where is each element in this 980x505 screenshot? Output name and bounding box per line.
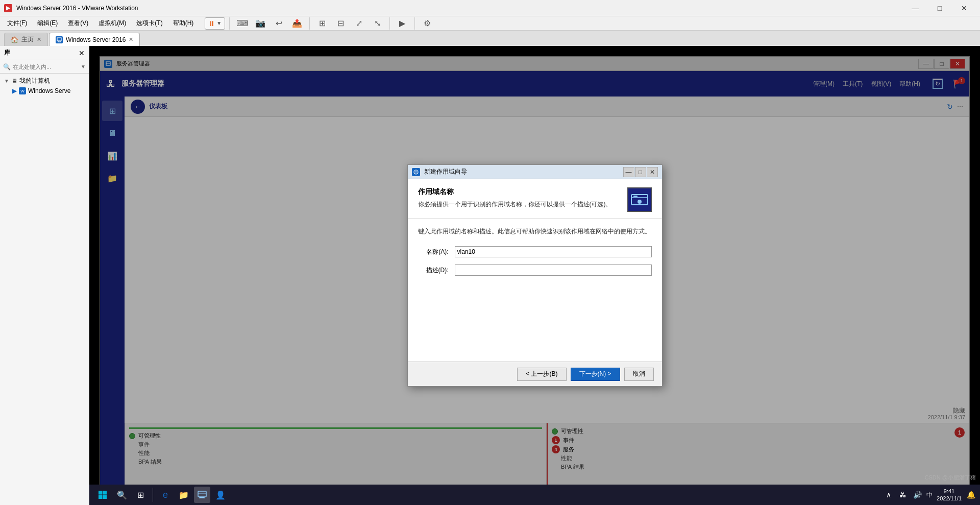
- toolbar-restore[interactable]: ↩: [271, 15, 287, 32]
- tray-expand[interactable]: ∧: [884, 490, 894, 500]
- tray-time: 9:41: [937, 488, 962, 495]
- tray-notification[interactable]: 🔔: [966, 490, 976, 500]
- wizard-header-text: 作用域名称 你必须提供一个用于识别的作用域名称，你还可以提供一个描述(可选)。: [418, 187, 621, 209]
- tray-clock[interactable]: 9:41 2022/11/1: [937, 488, 962, 502]
- title-bar-controls: — □ ✕: [903, 0, 976, 16]
- cancel-button[interactable]: 取消: [624, 368, 654, 381]
- taskbar-user[interactable]: 👤: [212, 487, 229, 503]
- svg-point-8: [415, 173, 416, 174]
- tab-vm-close[interactable]: ✕: [129, 36, 133, 43]
- pause-button[interactable]: ⏸ ▼: [205, 17, 225, 30]
- title-bar: ▶ Windows Server 2016 - VMware Workstati…: [0, 0, 980, 16]
- toolbar-separator: [229, 17, 230, 30]
- vm-display-area[interactable]: 服务器管理器 — □ ✕ 🖧 服务器管理器 管理(M) 工具(T) 视图(V): [89, 46, 980, 505]
- tab-bar: 🏠 主页 ✕ Windows Server 2016 ✕: [0, 31, 980, 46]
- taskbar-search[interactable]: 🔍: [114, 487, 130, 503]
- wizard-instruction: 键入此作用域的名称和描述。此信息可帮助你快速识别该作用域在网络中的使用方式。: [418, 227, 652, 236]
- toolbar-zoom[interactable]: ⤡: [369, 15, 385, 32]
- toolbar-terminal[interactable]: ▶: [394, 15, 410, 32]
- menu-edit[interactable]: 编辑(E): [32, 17, 63, 30]
- back-button[interactable]: < 上一步(B): [517, 368, 566, 381]
- wizard-titlebar: 新建作用域向导 — □ ✕: [408, 165, 662, 179]
- wizard-maximize-btn[interactable]: □: [635, 167, 646, 177]
- menu-help[interactable]: 帮助(H): [168, 17, 199, 30]
- svg-point-11: [638, 200, 642, 204]
- minimize-button[interactable]: —: [903, 0, 927, 16]
- name-label: 名称(A):: [418, 248, 449, 256]
- wizard-title-text: 新建作用域向导: [424, 167, 619, 176]
- search-dropdown-icon[interactable]: ▼: [81, 64, 86, 69]
- title-bar-text: Windows Server 2016 - VMware Workstation: [16, 5, 903, 12]
- toolbar-snapshot[interactable]: 📷: [252, 15, 268, 32]
- svg-rect-17: [198, 491, 206, 497]
- tab-vm[interactable]: Windows Server 2016 ✕: [49, 33, 140, 46]
- expand-icon: ▼: [4, 78, 9, 84]
- wizard-page-title: 作用域名称: [418, 187, 621, 197]
- tray-volume[interactable]: 🔊: [912, 490, 922, 500]
- svg-rect-14: [103, 491, 107, 495]
- sidebar-title: 库: [4, 49, 10, 57]
- sidebar-search[interactable]: 🔍 ▼: [0, 60, 89, 74]
- home-icon: 🏠: [11, 36, 18, 43]
- menu-tabs[interactable]: 选项卡(T): [131, 17, 167, 30]
- menu-view[interactable]: 查看(V): [63, 17, 93, 30]
- search-icon: 🔍: [3, 63, 11, 70]
- menu-vm[interactable]: 虚拟机(M): [93, 17, 131, 30]
- wizard-header: 作用域名称 你必须提供一个用于识别的作用域名称，你还可以提供一个描述(可选)。: [408, 179, 662, 219]
- main-content: 库 ✕ 🔍 ▼ ▼ 🖥 我的计算机 ▶ W Windows Serve: [0, 46, 980, 505]
- toolbar-separator-2: [309, 17, 310, 30]
- tree-item-winserver[interactable]: ▶ W Windows Serve: [0, 86, 89, 95]
- wizard-close-btn[interactable]: ✕: [647, 167, 658, 177]
- sidebar-header: 库 ✕: [0, 46, 89, 60]
- vmware-icon: ▶: [4, 4, 12, 12]
- winserver-icon: W: [19, 87, 26, 94]
- sidebar-close-icon[interactable]: ✕: [79, 49, 85, 57]
- search-input[interactable]: [13, 64, 81, 70]
- taskbar-servermanager[interactable]: [194, 487, 210, 503]
- svg-rect-15: [99, 495, 103, 499]
- toolbar-fullscreen[interactable]: ⤢: [351, 15, 367, 32]
- wizard-minimize-btn[interactable]: —: [623, 167, 634, 177]
- toolbar-send-ctrl-alt-del[interactable]: ⌨: [234, 15, 250, 32]
- next-button[interactable]: 下一步(N) >: [571, 368, 620, 381]
- toolbar-suspend[interactable]: 📤: [289, 15, 305, 32]
- svg-rect-13: [99, 491, 103, 495]
- menu-file[interactable]: 文件(F): [2, 17, 32, 30]
- toolbar-preferences[interactable]: ⚙: [419, 15, 435, 32]
- wizard-page-desc: 你必须提供一个用于识别的作用域名称，你还可以提供一个描述(可选)。: [418, 200, 621, 209]
- vm-icon: ▶: [12, 87, 17, 94]
- wizard-icon: [412, 168, 420, 176]
- wizard-footer: < 上一步(B) 下一步(N) > 取消: [408, 362, 662, 386]
- toolbar-fit-guest[interactable]: ⊞: [314, 15, 330, 32]
- wizard-body: 键入此作用域的名称和描述。此信息可帮助你快速识别该作用域在网络中的使用方式。 名…: [408, 219, 662, 362]
- tray-language[interactable]: 中: [926, 491, 933, 499]
- vmware-window: ▶ Windows Server 2016 - VMware Workstati…: [0, 0, 980, 505]
- wizard-dialog: 新建作用域向导 — □ ✕ 作用域名称 你必须提供一个用于识别的作用域名称，你还…: [407, 164, 663, 387]
- tree-mycomputer-label: 我的计算机: [19, 77, 50, 85]
- tab-home[interactable]: 🏠 主页 ✕: [4, 33, 48, 46]
- toolbar-separator-3: [389, 17, 390, 30]
- pause-icon: ⏸: [208, 19, 215, 28]
- taskbar-taskview[interactable]: ⊞: [132, 487, 149, 503]
- desc-label: 描述(D):: [418, 266, 449, 275]
- tree-item-mycomputer[interactable]: ▼ 🖥 我的计算机: [0, 76, 89, 86]
- start-button[interactable]: [93, 486, 112, 504]
- form-row-desc: 描述(D):: [418, 264, 652, 276]
- maximize-button[interactable]: □: [928, 0, 951, 16]
- vm-tab-icon: [56, 36, 63, 43]
- svg-rect-12: [633, 196, 638, 197]
- toolbar-separator-4: [414, 17, 415, 30]
- sidebar-tree: ▼ 🖥 我的计算机 ▶ W Windows Serve: [0, 74, 89, 505]
- name-input[interactable]: [455, 246, 652, 257]
- tab-home-close[interactable]: ✕: [37, 36, 41, 43]
- toolbar-unity[interactable]: ⊟: [332, 15, 349, 32]
- wizard-win-controls: — □ ✕: [623, 167, 658, 177]
- close-button[interactable]: ✕: [952, 0, 976, 16]
- desc-input[interactable]: [455, 264, 652, 276]
- taskbar-explorer[interactable]: 📁: [176, 487, 192, 503]
- taskbar-ie[interactable]: e: [157, 487, 174, 503]
- tree-winserver-label: Windows Serve: [28, 87, 70, 94]
- tray-date: 2022/11/1: [937, 495, 962, 502]
- taskbar-sep-1: [153, 488, 153, 502]
- tray-network[interactable]: 🖧: [898, 490, 908, 500]
